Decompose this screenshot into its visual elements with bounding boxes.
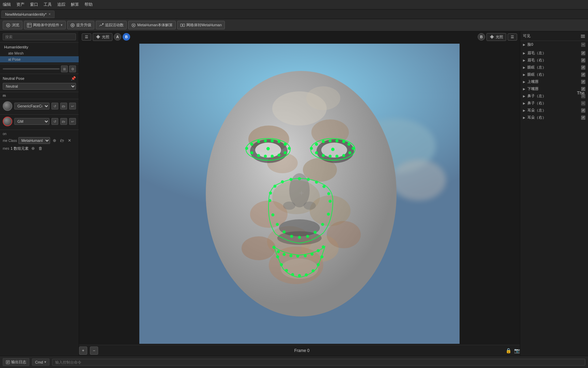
mesh-group-btn[interactable]: 网格体中的组件 ▾ — [24, 21, 66, 29]
visibility-minus[interactable]: − — [581, 101, 585, 105]
solver1-refresh-btn[interactable]: ↺ — [51, 103, 58, 109]
menu-window[interactable]: 窗口 — [30, 2, 38, 8]
tree-root[interactable]: HumanIdentity — [0, 44, 79, 50]
right-panel-menu-icon[interactable] — [581, 34, 585, 39]
right-list-item[interactable]: ▶眼眶（左） — [520, 64, 588, 71]
right-list-item[interactable]: ▶眉毛（右） — [520, 57, 588, 64]
svg-point-72 — [329, 139, 331, 142]
visibility-checkbox[interactable] — [581, 80, 585, 84]
svg-point-73 — [336, 139, 338, 142]
frames-delete-btn[interactable]: 🗑 — [37, 145, 44, 151]
svg-rect-2 — [27, 23, 31, 27]
solver1-save-btn[interactable]: 🗁 — [60, 103, 67, 109]
pose-section: Neutral Pose 📌 Neutral — [0, 74, 79, 92]
visibility-checkbox[interactable] — [581, 65, 585, 70]
visibility-checkbox[interactable] — [581, 51, 585, 55]
menu-tools[interactable]: 工具 — [44, 2, 52, 8]
solver1-sphere — [3, 101, 12, 111]
expand-arrow: ▶ — [523, 80, 525, 84]
expand-arrow: ▶ — [523, 94, 525, 98]
light-icon-right — [490, 34, 494, 39]
right-list-item[interactable]: ▶耳朵（右） — [520, 114, 588, 121]
grid-view-btn[interactable]: ⊞ — [61, 65, 68, 72]
tab-close-btn[interactable]: × — [49, 12, 51, 16]
right-list-item[interactable]: ▶耳朵（左） — [520, 107, 588, 114]
promote-btn[interactable]: 提升升级 — [67, 21, 94, 29]
svg-point-109 — [304, 254, 307, 257]
svg-point-79 — [336, 155, 338, 157]
menu-help[interactable]: 帮助 — [84, 2, 93, 8]
neutral-dropdown[interactable]: Neutral — [3, 83, 76, 90]
tree-item-mesh[interactable]: ate Mesh — [0, 50, 79, 56]
menu-solve[interactable]: 解算 — [71, 2, 79, 8]
expand-arrow: ▶ — [523, 109, 525, 112]
menu-edit[interactable]: 编辑 — [3, 2, 11, 8]
output-log-btn[interactable]: 输出日志 — [3, 358, 29, 366]
visibility-checkbox[interactable] — [581, 116, 585, 120]
parent-visibility[interactable]: − — [581, 43, 585, 47]
visibility-checkbox[interactable] — [581, 108, 585, 113]
visibility-checkbox[interactable] — [581, 58, 585, 62]
svg-point-121 — [277, 255, 279, 258]
track-activity-btn[interactable]: 追踪活动数 — [96, 21, 127, 29]
light-btn-left[interactable]: 光照 — [93, 33, 112, 41]
b-right-badge[interactable]: B — [478, 33, 485, 41]
cmd-input[interactable] — [52, 359, 585, 366]
expand-arrow: ▶ — [523, 73, 525, 76]
svg-point-115 — [312, 269, 314, 272]
frames-add-btn[interactable]: ⊕ — [30, 145, 36, 151]
solver1-extra-btn[interactable]: ↩ — [69, 103, 76, 109]
right-list-item[interactable]: ▶上嘴唇 — [520, 78, 588, 85]
viewport-settings-btn[interactable]: ☰ — [508, 33, 517, 41]
gm-dropdown[interactable]: GM — [14, 118, 49, 125]
svg-point-26 — [391, 160, 446, 201]
metahuman-solve-btn[interactable]: MetaHuman本体解算 — [128, 21, 176, 29]
class-add-btn[interactable]: ⊕ — [51, 137, 58, 144]
settings-btn[interactable]: ⚙ — [69, 65, 76, 72]
log-icon — [6, 360, 10, 364]
visibility-checkbox[interactable] — [581, 73, 585, 77]
svg-rect-11 — [183, 24, 185, 27]
right-list-item-label: 下嘴唇 — [527, 86, 579, 91]
right-panel-header: 可见 — [520, 31, 588, 41]
b-badge-viewport[interactable]: B — [123, 33, 130, 41]
search-input[interactable] — [3, 33, 76, 40]
mesh-to-metahuman-btn[interactable]: 网格体转MetaHuman — [177, 21, 225, 29]
hamburger-btn[interactable]: ☰ — [82, 33, 91, 41]
solve-icon — [131, 23, 136, 28]
solver2-extra-btn[interactable]: ↩ — [69, 118, 76, 125]
solver2-save-btn[interactable]: 🗁 — [60, 118, 67, 125]
svg-point-88 — [290, 178, 292, 180]
camera-icon[interactable]: 📷 — [514, 348, 520, 353]
metahuman-class-dropdown[interactable]: MetaHumanI — [18, 137, 50, 144]
lock-icon[interactable]: 🔒 — [506, 348, 511, 353]
right-list-item[interactable]: ▶眉毛（左） — [520, 49, 588, 57]
main-tab[interactable]: NewMetaHumanIdentity* × — [1, 11, 55, 18]
svg-point-78 — [343, 154, 345, 157]
remove-keyframe-btn[interactable]: − — [90, 347, 98, 355]
viewport-right-controls: B 光照 ☰ — [478, 33, 517, 41]
face-cont-dropdown[interactable]: GenericFaceCont — [14, 103, 49, 109]
right-list-item[interactable]: ▶鼻子（右）− — [520, 100, 588, 107]
a-badge-viewport[interactable]: A — [114, 33, 121, 41]
svg-point-64 — [264, 155, 267, 157]
menu-assets[interactable]: 资产 — [16, 2, 25, 8]
tree-item-pose[interactable]: al Pose — [0, 56, 79, 62]
right-list-parent[interactable]: ▶ 脸0 − — [520, 41, 588, 48]
add-keyframe-btn[interactable]: + — [79, 347, 87, 355]
svg-point-113 — [321, 255, 323, 258]
svg-point-96 — [322, 223, 324, 225]
browse-icon — [6, 23, 11, 28]
svg-point-106 — [283, 253, 285, 255]
browse-btn[interactable]: 浏览 — [3, 21, 22, 29]
solver2-refresh-btn[interactable]: ↺ — [51, 118, 58, 125]
svg-point-111 — [317, 249, 320, 252]
right-list-item[interactable]: ▶眼眶（右） — [520, 71, 588, 78]
svg-point-18 — [491, 35, 493, 38]
class-folder-btn[interactable]: 🗁 — [59, 137, 65, 144]
light-btn-right[interactable]: 光照 — [486, 33, 506, 41]
menu-track[interactable]: 追踪 — [57, 2, 65, 8]
class-remove-btn[interactable]: ✕ — [66, 137, 73, 144]
cmd-label-btn[interactable]: Cmd ▾ — [32, 358, 49, 366]
svg-point-117 — [298, 274, 301, 277]
